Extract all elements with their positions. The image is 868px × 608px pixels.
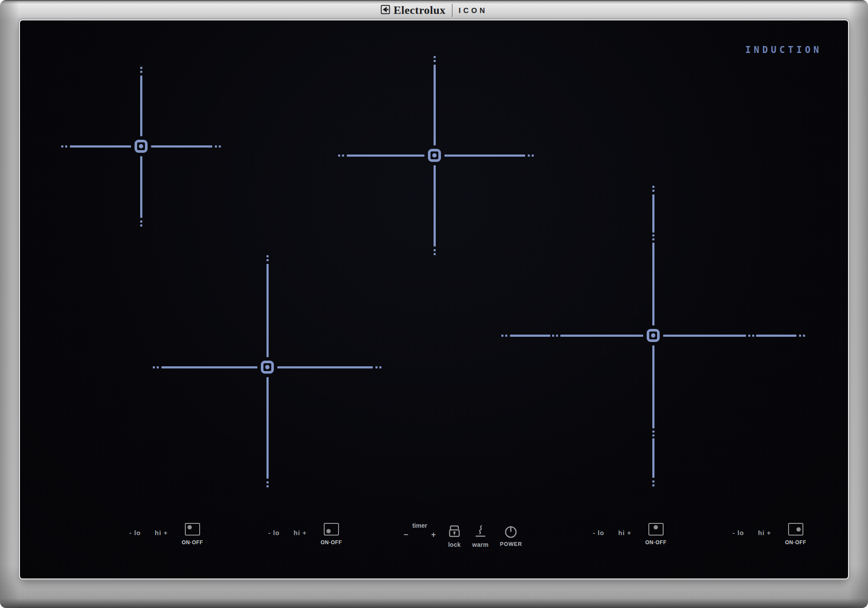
burner-position-dot-icon bbox=[187, 525, 192, 529]
timer-minus-key[interactable]: − bbox=[403, 531, 409, 539]
on-off-button-front-left[interactable] bbox=[324, 523, 339, 536]
hi-plus-key[interactable]: hi + bbox=[758, 529, 771, 536]
warm-label: warm bbox=[472, 541, 489, 548]
lo-minus-key[interactable]: - lo bbox=[129, 529, 141, 536]
burner-control-right: - lo hi + ON·OFF bbox=[733, 523, 806, 546]
brand-bar: Electrolux ICON bbox=[0, 0, 868, 20]
center-control-group: timer − + lock bbox=[403, 522, 522, 548]
brand-series-label: ICON bbox=[459, 6, 488, 15]
hi-plus-key[interactable]: hi + bbox=[155, 529, 168, 536]
burner-position-dot-icon bbox=[654, 525, 658, 529]
lock-control: lock bbox=[448, 522, 461, 548]
hi-plus-key[interactable]: hi + bbox=[294, 529, 307, 536]
onoff-control: ON·OFF bbox=[321, 523, 342, 546]
power-label: POWER bbox=[500, 541, 522, 547]
brand-wordmark: Electrolux bbox=[394, 4, 446, 17]
on-off-label: ON·OFF bbox=[785, 539, 806, 546]
lo-minus-key[interactable]: - lo bbox=[593, 529, 605, 536]
onoff-control: ON·OFF bbox=[182, 523, 203, 546]
burner-center-icon bbox=[135, 140, 148, 153]
on-off-button-rear-center[interactable] bbox=[648, 523, 664, 536]
timer-plus-key[interactable]: + bbox=[430, 531, 437, 539]
lock-label: lock bbox=[448, 541, 460, 548]
burner-position-dot-icon bbox=[796, 527, 801, 532]
timer-label: timer bbox=[412, 522, 427, 529]
lo-minus-key[interactable]: - lo bbox=[733, 529, 744, 536]
on-off-label: ON·OFF bbox=[321, 539, 342, 546]
onoff-control: ON·OFF bbox=[645, 523, 667, 546]
burner-control-rear-center: - lo hi + ON·OFF bbox=[593, 523, 667, 546]
burner-layer bbox=[20, 20, 848, 578]
lo-minus-key[interactable]: - lo bbox=[268, 529, 280, 536]
burner-control-rear-left: - lo hi + ON·OFF bbox=[129, 523, 203, 546]
timer-keys: − + bbox=[403, 531, 437, 539]
electrolux-logo-icon bbox=[381, 5, 390, 16]
warm-control: warm bbox=[472, 522, 489, 548]
power-control: POWER bbox=[500, 522, 522, 547]
burner-center-icon bbox=[261, 361, 274, 374]
warm-icon[interactable] bbox=[474, 525, 487, 539]
on-off-button-rear-left[interactable] bbox=[185, 523, 200, 536]
burner-position-dot-icon bbox=[326, 529, 331, 533]
burner-center-icon bbox=[428, 149, 441, 162]
on-off-label: ON·OFF bbox=[182, 539, 203, 546]
induction-cooktop: Electrolux ICON INDUCTION - lo hi + ON·O… bbox=[0, 0, 868, 608]
timer-control: timer − + bbox=[403, 522, 437, 539]
burner-control-front-left: - lo hi + ON·OFF bbox=[268, 523, 342, 546]
cooktop-glass-surface: INDUCTION - lo hi + ON·OFF - lo hi + ON·… bbox=[20, 20, 848, 578]
power-icon[interactable] bbox=[504, 525, 518, 539]
burner-center-icon bbox=[647, 329, 660, 342]
brand-mark: Electrolux bbox=[381, 4, 446, 17]
on-off-label: ON·OFF bbox=[645, 539, 667, 546]
onoff-control: ON·OFF bbox=[785, 523, 806, 546]
brand-divider bbox=[452, 4, 453, 17]
on-off-button-right[interactable] bbox=[788, 523, 803, 536]
hi-plus-key[interactable]: hi + bbox=[618, 529, 631, 536]
lock-icon[interactable] bbox=[448, 525, 461, 539]
